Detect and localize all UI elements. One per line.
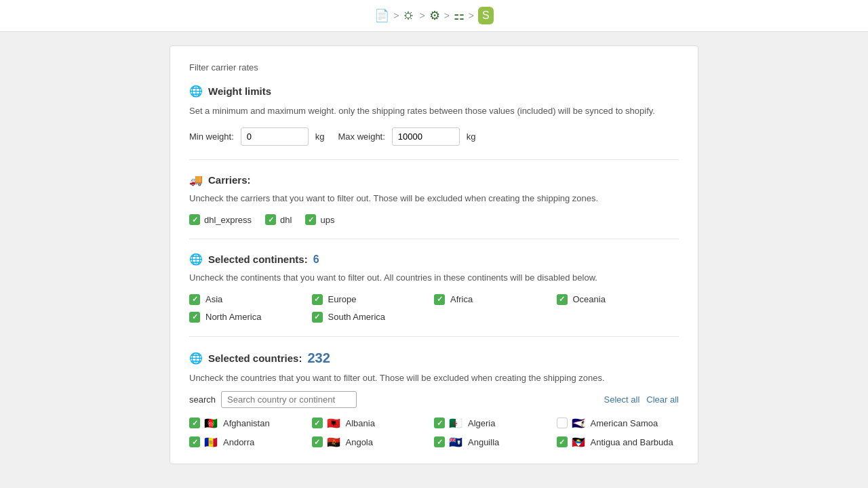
country-algeria[interactable]: 🇩🇿 Algeria (434, 418, 557, 428)
continent-asia-label: Asia (205, 294, 222, 304)
carrier-dhl-express-checkbox[interactable] (189, 214, 200, 225)
country-albania-label: Albania (346, 418, 375, 428)
countries-section-title: 🌐 Selected countries: 232 (189, 350, 679, 366)
country-afghanistan-checkbox[interactable] (189, 418, 200, 428)
carrier-ups-label: ups (320, 215, 334, 225)
filter-icon[interactable]: ⛭ (403, 9, 415, 23)
continent-asia-checkbox[interactable] (189, 294, 200, 305)
country-algeria-label: Algeria (468, 418, 495, 428)
select-all-link[interactable]: Select all (604, 394, 640, 405)
truck-icon: 🚚 (189, 174, 203, 186)
country-anguilla[interactable]: 🇦🇮 Anguilla (434, 436, 557, 447)
continent-oceania-label: Oceania (573, 294, 606, 304)
continent-south-america-checkbox[interactable] (312, 312, 323, 323)
weight-limits-title: 🌐 Weight limits (189, 85, 679, 98)
carrier-dhl[interactable]: dhl (265, 214, 292, 225)
antigua-barbuda-flag: 🇦🇬 (572, 437, 587, 447)
search-input[interactable] (221, 391, 357, 408)
country-andorra-checkbox[interactable] (189, 436, 200, 447)
weight-inputs-row: Min weight: kg Max weight: kg (189, 127, 679, 146)
country-anguilla-label: Anguilla (468, 437, 499, 447)
shopify-icon[interactable]: S (478, 7, 494, 24)
continents-count: 6 (313, 253, 319, 266)
continent-south-america-label: South America (328, 312, 386, 322)
continent-europe-checkbox[interactable] (312, 294, 323, 305)
min-weight-input[interactable] (241, 127, 309, 146)
albania-flag: 🇦🇱 (327, 418, 342, 428)
countries-desc: Uncheck the countries that you want to f… (189, 371, 679, 385)
carrier-dhl-label: dhl (280, 215, 292, 225)
continent-oceania-checkbox[interactable] (557, 294, 568, 305)
country-antigua-barbuda[interactable]: 🇦🇬 Antigua and Barbuda (557, 436, 679, 447)
country-angola-checkbox[interactable] (312, 436, 323, 447)
continent-north-america-checkbox[interactable] (189, 312, 200, 323)
country-algeria-checkbox[interactable] (434, 418, 445, 428)
continent-north-america[interactable]: North America (189, 312, 312, 323)
continents-section-title: 🌐 Selected continents: 6 (189, 253, 679, 266)
action-links: Select all Clear all (604, 394, 679, 405)
search-label: search (189, 394, 216, 405)
min-weight-label: Min weight: (189, 131, 234, 142)
country-anguilla-checkbox[interactable] (434, 436, 445, 447)
continent-europe-label: Europe (328, 294, 357, 304)
country-afghanistan[interactable]: 🇦🇫 Afghanistan (189, 418, 312, 428)
anguilla-flag: 🇦🇮 (449, 437, 464, 447)
american-samoa-flag: 🇦🇸 (572, 418, 587, 428)
angola-flag: 🇦🇴 (327, 437, 342, 447)
continent-africa-label: Africa (450, 294, 473, 304)
country-afghanistan-label: Afghanistan (223, 418, 270, 428)
max-weight-unit: kg (467, 131, 476, 142)
countries-search-row: search Select all Clear all (189, 391, 679, 408)
carrier-dhl-express-label: dhl_express (204, 215, 252, 225)
top-navigation: 📄 > ⛭ > ⚙ > ⚏ > S (0, 0, 868, 32)
continent-oceania[interactable]: Oceania (557, 294, 679, 305)
country-angola-label: Angola (346, 437, 373, 447)
country-american-samoa-label: American Samoa (591, 418, 658, 428)
country-antigua-barbuda-label: Antigua and Barbuda (591, 437, 673, 447)
carriers-list: dhl_express dhl ups (189, 214, 679, 225)
globe-icon-3: 🌐 (189, 352, 203, 365)
globe-icon-2: 🌐 (189, 253, 203, 266)
carriers-desc: Uncheck the carriers that you want to fi… (189, 192, 679, 205)
min-weight-unit: kg (315, 131, 325, 142)
continents-grid: Asia Europe Africa Oceania North America… (189, 294, 679, 323)
sliders-icon[interactable]: ⚙ (429, 8, 440, 23)
carrier-ups-checkbox[interactable] (305, 214, 316, 225)
countries-grid: 🇦🇫 Afghanistan 🇦🇱 Albania 🇩🇿 Algeria 🇦🇸 … (189, 418, 679, 447)
countries-count: 232 (307, 350, 330, 366)
carrier-dhl-express[interactable]: dhl_express (189, 214, 252, 225)
algeria-flag: 🇩🇿 (449, 418, 464, 428)
continent-asia[interactable]: Asia (189, 294, 312, 305)
country-albania-checkbox[interactable] (312, 418, 323, 428)
country-angola[interactable]: 🇦🇴 Angola (312, 436, 435, 447)
continent-africa-checkbox[interactable] (434, 294, 445, 305)
breadcrumb: Filter carrier rates (189, 62, 679, 73)
continent-south-america[interactable]: South America (312, 312, 435, 323)
continent-north-america-label: North America (205, 312, 261, 322)
max-weight-label: Max weight: (338, 131, 384, 142)
afghanistan-flag: 🇦🇫 (204, 418, 219, 428)
andorra-flag: 🇦🇩 (204, 437, 219, 447)
country-american-samoa-checkbox[interactable] (557, 418, 568, 428)
country-andorra[interactable]: 🇦🇩 Andorra (189, 436, 312, 447)
document-icon[interactable]: 📄 (374, 8, 389, 23)
clear-all-link[interactable]: Clear all (646, 394, 679, 405)
weight-limits-desc: Set a minimum and maximum weight. only t… (189, 104, 679, 118)
continents-desc: Uncheck the continents that you want to … (189, 271, 679, 285)
sitemap-icon[interactable]: ⚏ (454, 8, 465, 23)
globe-icon: 🌐 (189, 85, 203, 98)
carriers-title: 🚚 Carriers: (189, 174, 679, 186)
max-weight-input[interactable] (392, 127, 460, 146)
continent-europe[interactable]: Europe (312, 294, 435, 305)
continent-africa[interactable]: Africa (434, 294, 557, 305)
carrier-dhl-checkbox[interactable] (265, 214, 276, 225)
carrier-ups[interactable]: ups (305, 214, 334, 225)
country-andorra-label: Andorra (223, 437, 254, 447)
country-antigua-barbuda-checkbox[interactable] (557, 436, 568, 447)
country-albania[interactable]: 🇦🇱 Albania (312, 418, 435, 428)
country-american-samoa[interactable]: 🇦🇸 American Samoa (557, 418, 679, 428)
